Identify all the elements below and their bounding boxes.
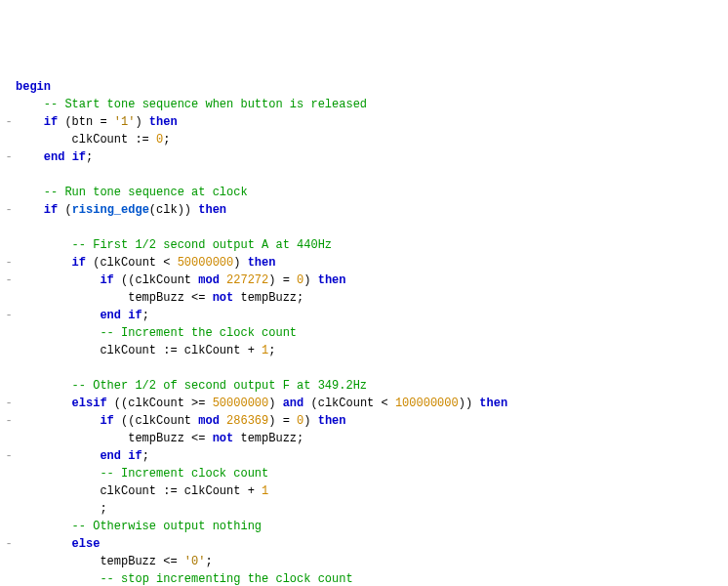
code-token: else — [72, 537, 101, 551]
code-token: (clkCount < — [86, 256, 178, 270]
fold-marker — [4, 96, 14, 113]
code-token: ; — [16, 502, 107, 516]
code-token: tempBuzz; — [233, 432, 303, 445]
code-token: ; — [142, 309, 149, 322]
code-token: -- Start tone sequence when button is re… — [44, 98, 367, 111]
code-token — [16, 98, 44, 111]
code-token: if — [44, 115, 58, 129]
code-line: clkCount := clkCount + 1; — [4, 342, 724, 359]
code-editor[interactable]: begin -- Start tone sequence when button… — [4, 78, 724, 586]
code-token: ) = — [268, 414, 297, 428]
fold-marker[interactable]: - — [4, 535, 14, 553]
code-token: end — [44, 150, 65, 164]
code-token — [16, 520, 72, 533]
code-token: rising_edge — [72, 203, 149, 217]
code-token: if — [72, 150, 86, 164]
code-token: 227272 — [226, 273, 268, 287]
code-token — [16, 115, 44, 129]
fold-marker — [4, 324, 14, 342]
code-token: then — [149, 115, 178, 129]
code-line: -- Run tone sequence at clock — [4, 184, 724, 201]
code-token — [220, 273, 226, 287]
code-line — [4, 219, 724, 236]
code-line: - if (rising_edge(clk)) then — [4, 201, 724, 219]
fold-marker[interactable]: - — [4, 307, 14, 324]
code-token: if — [100, 414, 113, 428]
code-token: ) — [268, 397, 282, 410]
code-line: -- Increment the clock count — [4, 324, 724, 342]
code-line: -- stop incrementing the clock count — [4, 570, 724, 586]
fold-marker[interactable]: - — [4, 201, 14, 219]
code-token — [16, 238, 72, 252]
code-token: -- Otherwise output nothing — [72, 520, 262, 533]
code-token: ) — [303, 414, 317, 428]
code-line: - if (btn = '1') then — [4, 113, 724, 131]
fold-marker[interactable]: - — [4, 412, 14, 430]
fold-marker — [4, 570, 14, 586]
code-line: - end if; — [4, 148, 724, 166]
code-token: then — [318, 273, 346, 287]
code-line: clkCount := 0; — [4, 131, 724, 148]
code-token: ((clkCount — [114, 414, 198, 428]
fold-marker[interactable]: - — [4, 113, 14, 131]
fold-marker — [4, 377, 14, 395]
code-line: -- Start tone sequence when button is re… — [4, 96, 724, 113]
code-token — [16, 309, 100, 322]
code-token: ; — [86, 150, 93, 164]
fold-marker[interactable]: - — [4, 254, 14, 272]
code-token — [16, 537, 72, 551]
code-token: begin — [16, 80, 51, 94]
code-token: ) — [233, 256, 247, 270]
code-token: end — [100, 309, 121, 322]
code-token: '1' — [114, 115, 136, 129]
fold-marker — [4, 553, 14, 570]
code-line: tempBuzz <= '0'; — [4, 553, 724, 570]
code-token: clkCount := — [16, 133, 156, 146]
fold-marker — [4, 131, 14, 148]
code-line: - end if; — [4, 447, 724, 465]
fold-marker[interactable]: - — [4, 148, 14, 166]
code-token: not — [213, 291, 234, 305]
code-line — [4, 166, 724, 184]
code-token — [16, 467, 100, 481]
code-token: if — [128, 309, 142, 322]
code-token: (btn = — [58, 115, 114, 129]
code-token: ) — [303, 273, 317, 287]
code-token — [16, 150, 44, 164]
code-token: ; — [268, 344, 275, 357]
code-token: not — [213, 432, 234, 445]
code-token: if — [44, 203, 58, 217]
code-token: if — [72, 256, 86, 270]
code-line: -- First 1/2 second output A at 440Hz — [4, 236, 724, 254]
code-token: elsif — [72, 397, 107, 410]
code-token — [16, 273, 100, 287]
code-line: - if ((clkCount mod 227272) = 0) then — [4, 272, 724, 289]
code-token: ) = — [268, 273, 297, 287]
fold-marker — [4, 482, 14, 500]
fold-marker — [4, 289, 14, 307]
code-token — [64, 150, 71, 164]
code-token: -- Run tone sequence at clock — [44, 186, 248, 199]
code-line: - end if; — [4, 307, 724, 324]
code-token: mod — [198, 414, 220, 428]
fold-marker — [4, 236, 14, 254]
code-token: then — [198, 203, 226, 217]
code-token: tempBuzz <= — [16, 291, 213, 305]
code-line: clkCount := clkCount + 1 — [4, 482, 724, 500]
code-token: -- First 1/2 second output A at 440Hz — [72, 238, 332, 252]
fold-marker — [4, 518, 14, 535]
code-line: tempBuzz <= not tempBuzz; — [4, 289, 724, 307]
fold-marker[interactable]: - — [4, 447, 14, 465]
code-token: '0' — [184, 555, 206, 568]
fold-marker[interactable]: - — [4, 272, 14, 289]
code-token: (clk)) — [149, 203, 198, 217]
fold-marker — [4, 78, 14, 96]
code-token — [220, 414, 226, 428]
code-token — [16, 379, 72, 393]
code-token: 100000000 — [395, 397, 459, 410]
code-line: begin — [4, 78, 724, 96]
fold-marker[interactable]: - — [4, 395, 14, 412]
fold-marker — [4, 166, 14, 184]
fold-marker — [4, 359, 14, 377]
code-token: 1 — [262, 484, 268, 498]
